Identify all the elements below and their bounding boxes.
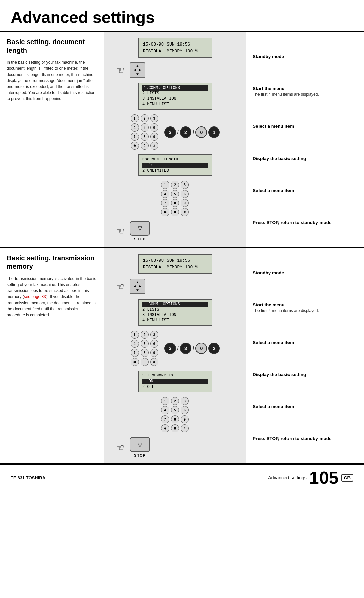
s2-key-hash[interactable]: #: [150, 358, 158, 366]
key2-0[interactable]: 0: [171, 208, 179, 216]
key2-2[interactable]: 2: [171, 181, 179, 189]
menu2-item-4: 4.MENU LIST: [142, 318, 208, 323]
right2-standby-label: Standby mode: [253, 270, 357, 275]
key2-9[interactable]: 9: [181, 199, 189, 207]
footer-gb: GB: [341, 474, 354, 482]
nav-arrows-2[interactable]: ▲ ◄ ► ▼: [130, 279, 145, 294]
hand-icon-1: ☞: [116, 65, 124, 76]
key2-1[interactable]: 1: [161, 181, 169, 189]
key2-5[interactable]: 5: [171, 190, 179, 198]
key-7[interactable]: 7: [131, 133, 139, 141]
s2-key2-7[interactable]: 7: [161, 415, 169, 423]
lcd1-line1: 15-03-98 SUN 19:56: [143, 41, 208, 48]
section1-stop-btn[interactable]: ▽: [130, 221, 150, 236]
s2-key-1[interactable]: 1: [131, 331, 139, 339]
section2-title: Basic setting, transmission memory: [7, 254, 98, 271]
s2-key2-6[interactable]: 6: [181, 406, 189, 414]
right1-select1: Select a menu item: [253, 120, 357, 132]
nav-up-2[interactable]: ▲: [136, 281, 139, 284]
right1-first4: The first 4 menu items are displayed.: [253, 92, 357, 97]
key2-8[interactable]: 8: [171, 199, 179, 207]
s2-key2-0[interactable]: 0: [171, 424, 179, 432]
slash-2: /: [193, 129, 194, 135]
s2-key2-5[interactable]: 5: [171, 406, 179, 414]
nav-down-2[interactable]: ▼: [136, 289, 139, 292]
key-9[interactable]: 9: [150, 133, 158, 141]
right1-standby: Standby mode: [253, 51, 357, 62]
section2-keypad-row: 1 2 3 4 5 6 7 8 9 ✱ 0 # 3 / 3 /: [131, 331, 220, 366]
key-2[interactable]: 2: [141, 114, 149, 122]
right2-start-menu-label: Start the menu: [253, 302, 357, 307]
right1-standby-label: Standby mode: [253, 54, 357, 59]
s2-key2-1[interactable]: 1: [161, 397, 169, 405]
key-hash[interactable]: #: [150, 142, 158, 150]
s2-slash-1: /: [177, 345, 179, 351]
s2-key2-8[interactable]: 8: [171, 415, 179, 423]
s2-key-0[interactable]: 0: [141, 358, 149, 366]
key-star[interactable]: ✱: [131, 142, 139, 150]
key-0[interactable]: 0: [141, 142, 149, 150]
section1-stop-btn-row: ▽ STOP: [130, 221, 150, 241]
s2-key2-9[interactable]: 9: [181, 415, 189, 423]
doc-header-1: DOCUMENT LENGTH: [142, 157, 208, 161]
s2-key-4[interactable]: 4: [131, 340, 139, 348]
nav-left-1[interactable]: ◄: [133, 68, 136, 72]
section1-right: Standby mode Start the menu The first 4 …: [246, 32, 364, 247]
s2-key2-4[interactable]: 4: [161, 406, 169, 414]
key-1[interactable]: 1: [131, 114, 139, 122]
nav-down-1[interactable]: ▼: [136, 73, 139, 76]
key2-6[interactable]: 6: [181, 190, 189, 198]
key-4[interactable]: 4: [131, 123, 139, 132]
section1-stop-row: ☞ ▽ STOP: [113, 221, 238, 241]
key2-hash[interactable]: #: [181, 208, 189, 216]
doc-item-2: 2.UNLIMITED: [142, 168, 208, 173]
key-6[interactable]: 6: [150, 123, 158, 132]
right1-stop: Press STOP, return to standby mode: [253, 217, 357, 228]
footer: TF 631 TOSHIBA Advanced settings 105 GB: [0, 464, 364, 490]
key2-3[interactable]: 3: [181, 181, 189, 189]
key-3[interactable]: 3: [150, 114, 158, 122]
nav-right-1[interactable]: ►: [139, 68, 142, 72]
s2-key2-2[interactable]: 2: [171, 397, 179, 405]
s2-key-star[interactable]: ✱: [131, 358, 139, 366]
section2: Basic setting, transmission memory The t…: [0, 248, 364, 464]
s2-seq-key-0: 0: [195, 343, 207, 354]
section1-keypad-row: 1 2 3 4 5 6 7 8 9 ✱ 0 # 3 / 2 /: [131, 114, 220, 150]
right2-display: Display the basic setting: [253, 369, 357, 380]
right2-stop: Press STOP, return to standby mode: [253, 433, 357, 445]
s2-key-2[interactable]: 2: [141, 331, 149, 339]
s2-key-7[interactable]: 7: [131, 349, 139, 357]
right1-select2-label: Select a menu item: [253, 188, 357, 193]
right2-select1-label: Select a menu item: [253, 340, 357, 345]
key2-7[interactable]: 7: [161, 199, 169, 207]
section2-stop-label: STOP: [134, 453, 146, 457]
s2-key2-hash[interactable]: #: [181, 424, 189, 432]
s2-key-5[interactable]: 5: [141, 340, 149, 348]
nav-up-1[interactable]: ▲: [136, 64, 139, 68]
section2-mid: 15-03-98 SUN 19:56 RESIDUAL MEMORY 100 %…: [104, 248, 246, 463]
s2-key-8[interactable]: 8: [141, 349, 149, 357]
footer-page: 105: [309, 469, 339, 486]
nav-right-2[interactable]: ►: [139, 285, 142, 288]
s2-key-9[interactable]: 9: [150, 349, 158, 357]
key2-4[interactable]: 4: [161, 190, 169, 198]
s2-key-3[interactable]: 3: [150, 331, 158, 339]
section2-lcd-step: 15-03-98 SUN 19:56 RESIDUAL MEMORY 100 %: [113, 254, 238, 274]
key-8[interactable]: 8: [141, 133, 149, 141]
lcd2-line2: RESIDUAL MEMORY 100 %: [143, 264, 208, 271]
menu2-item-1: 1.COMM. OPTIONS: [142, 302, 208, 307]
s2-key2-3[interactable]: 3: [181, 397, 189, 405]
right2-select2-label: Select a menu item: [253, 404, 357, 409]
key2-star[interactable]: ✱: [161, 208, 169, 216]
menu-item-1-2: 2.LISTS: [142, 91, 208, 96]
nav-arrows-1[interactable]: ▲ ◄ ► ▼: [130, 62, 145, 78]
right1-start-menu-label: Start the menu: [253, 86, 357, 91]
section1-mid: 15-03-98 SUN 19:56 RESIDUAL MEMORY 100 %…: [104, 32, 246, 247]
s2-key-6[interactable]: 6: [150, 340, 158, 348]
section1-keypad: 1 2 3 4 5 6 7 8 9 ✱ 0 #: [131, 114, 159, 150]
section2-stop-btn[interactable]: ▽: [130, 437, 150, 452]
nav-left-2[interactable]: ◄: [133, 285, 136, 288]
key-5[interactable]: 5: [141, 123, 149, 132]
s2-key2-star[interactable]: ✱: [161, 424, 169, 432]
right1-display: Display the basic setting: [253, 152, 357, 164]
